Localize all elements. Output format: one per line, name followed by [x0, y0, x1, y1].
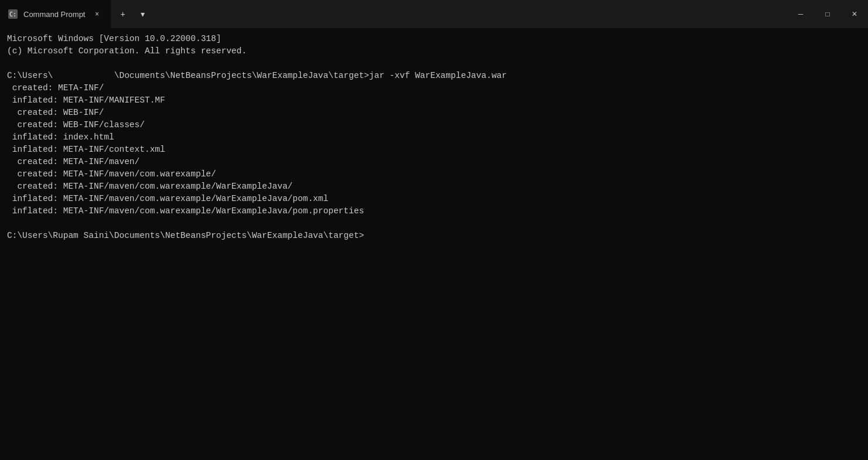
window-controls: ─ □ ✕ — [787, 0, 868, 28]
terminal-line: inflated: META-INF/maven/com.warexample/… — [7, 193, 861, 205]
terminal-line: (c) Microsoft Corporation. All rights re… — [7, 45, 861, 57]
terminal-line: inflated: META-INF/context.xml — [7, 144, 861, 156]
active-tab[interactable]: C: Command Prompt × — [0, 0, 111, 28]
cmd-window: C: Command Prompt × + ▾ ─ □ ✕ Microsoft … — [0, 0, 868, 460]
terminal-line: inflated: META-INF/maven/com.warexample/… — [7, 205, 861, 217]
terminal-line: inflated: index.html — [7, 131, 861, 144]
cmd-icon: C: — [8, 9, 18, 19]
terminal-line: C:\Users\ \Documents\NetBeansProjects\Wa… — [7, 70, 861, 82]
terminal-line: created: WEB-INF/classes/ — [7, 119, 861, 131]
new-tab-button[interactable]: + — [113, 5, 132, 23]
terminal-line: created: WEB-INF/ — [7, 107, 861, 119]
maximize-button[interactable]: □ — [814, 0, 841, 28]
close-button[interactable]: ✕ — [841, 0, 868, 28]
terminal-line: Microsoft Windows [Version 10.0.22000.31… — [7, 33, 861, 45]
tab-close-button[interactable]: × — [91, 8, 103, 20]
terminal-line: created: META-INF/maven/ — [7, 156, 861, 168]
tab-actions: + ▾ — [111, 0, 154, 28]
terminal-line: created: META-INF/maven/com.warexample/ — [7, 168, 861, 180]
terminal-line: inflated: META-INF/MANIFEST.MF — [7, 94, 861, 107]
svg-text:C:: C: — [9, 11, 16, 18]
tab-dropdown-button[interactable]: ▾ — [133, 5, 152, 23]
terminal-empty-line — [7, 217, 861, 230]
terminal-line: created: META-INF/ — [7, 82, 861, 94]
terminal-line: created: META-INF/maven/com.warexample/W… — [7, 180, 861, 193]
titlebar: C: Command Prompt × + ▾ ─ □ ✕ — [0, 0, 868, 28]
tab-title: Command Prompt — [23, 10, 85, 19]
terminal-body[interactable]: Microsoft Windows [Version 10.0.22000.31… — [0, 28, 868, 460]
terminal-line: C:\Users\Rupam Saini\Documents\NetBeansP… — [7, 230, 861, 242]
minimize-button[interactable]: ─ — [787, 0, 814, 28]
terminal-empty-line — [7, 57, 861, 70]
tab-area: C: Command Prompt × + ▾ — [0, 0, 394, 28]
